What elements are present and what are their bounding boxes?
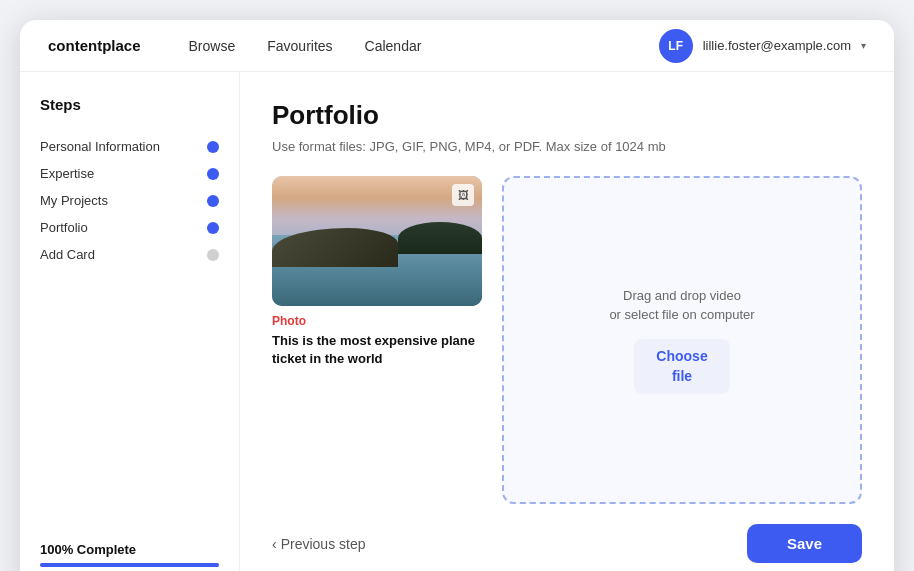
nav-browse[interactable]: Browse <box>189 38 236 54</box>
progress-bar-fill <box>40 563 219 567</box>
logo: contentplace <box>48 37 141 54</box>
photo-description: This is the most expensive plane ticket … <box>272 332 482 368</box>
steps-section: Steps Personal Information Expertise My … <box>40 96 219 268</box>
photo-card: 🖼 Photo This is the most expensive plane… <box>272 176 482 504</box>
chevron-left-icon: ‹ <box>272 536 277 552</box>
photo-image: 🖼 <box>272 176 482 306</box>
avatar[interactable]: LF <box>659 29 693 63</box>
sidebar-item-my-projects[interactable]: My Projects <box>40 187 219 214</box>
chevron-down-icon[interactable]: ▾ <box>861 40 866 51</box>
nav-calendar[interactable]: Calendar <box>365 38 422 54</box>
sidebar-item-add-card[interactable]: Add Card <box>40 241 219 268</box>
main-nav: Browse Favourites Calendar <box>189 38 659 54</box>
footer: ‹ Previous step Save <box>272 504 862 563</box>
step-label-projects: My Projects <box>40 193 108 208</box>
step-dot-portfolio <box>207 222 219 234</box>
step-label-expertise: Expertise <box>40 166 94 181</box>
step-dot-projects <box>207 195 219 207</box>
progress-section: 100% Complete <box>40 542 219 567</box>
header-right: LF lillie.foster@example.com ▾ <box>659 29 866 63</box>
sidebar-item-personal-information[interactable]: Personal Information <box>40 133 219 160</box>
steps-title: Steps <box>40 96 219 113</box>
choose-file-button[interactable]: Choose file <box>634 339 729 394</box>
progress-label: 100% Complete <box>40 542 219 557</box>
upload-area[interactable]: Drag and drop video or select file on co… <box>502 176 862 504</box>
sidebar-item-expertise[interactable]: Expertise <box>40 160 219 187</box>
app-window: contentplace Browse Favourites Calendar … <box>20 20 894 571</box>
page-subtitle: Use format files: JPG, GIF, PNG, MP4, or… <box>272 139 862 154</box>
step-label-personal: Personal Information <box>40 139 160 154</box>
previous-step-button[interactable]: ‹ Previous step <box>272 536 366 552</box>
sidebar: Steps Personal Information Expertise My … <box>20 72 240 571</box>
step-dot-expertise <box>207 168 219 180</box>
user-email: lillie.foster@example.com <box>703 38 851 53</box>
nav-favourites[interactable]: Favourites <box>267 38 332 54</box>
body: Steps Personal Information Expertise My … <box>20 72 894 571</box>
step-dot-personal <box>207 141 219 153</box>
header: contentplace Browse Favourites Calendar … <box>20 20 894 72</box>
upload-text: Drag and drop video or select file on co… <box>609 286 754 325</box>
save-button[interactable]: Save <box>747 524 862 563</box>
progress-bar-background <box>40 563 219 567</box>
main-content: Portfolio Use format files: JPG, GIF, PN… <box>240 72 894 571</box>
trees <box>398 222 482 255</box>
page-title: Portfolio <box>272 100 862 131</box>
portfolio-content: 🖼 Photo This is the most expensive plane… <box>272 176 862 504</box>
image-icon: 🖼 <box>452 184 474 206</box>
beach-scene <box>272 176 482 306</box>
step-label-add-card: Add Card <box>40 247 95 262</box>
sidebar-item-portfolio[interactable]: Portfolio <box>40 214 219 241</box>
step-dot-add-card <box>207 249 219 261</box>
step-label-portfolio: Portfolio <box>40 220 88 235</box>
photo-type-label: Photo <box>272 314 482 328</box>
